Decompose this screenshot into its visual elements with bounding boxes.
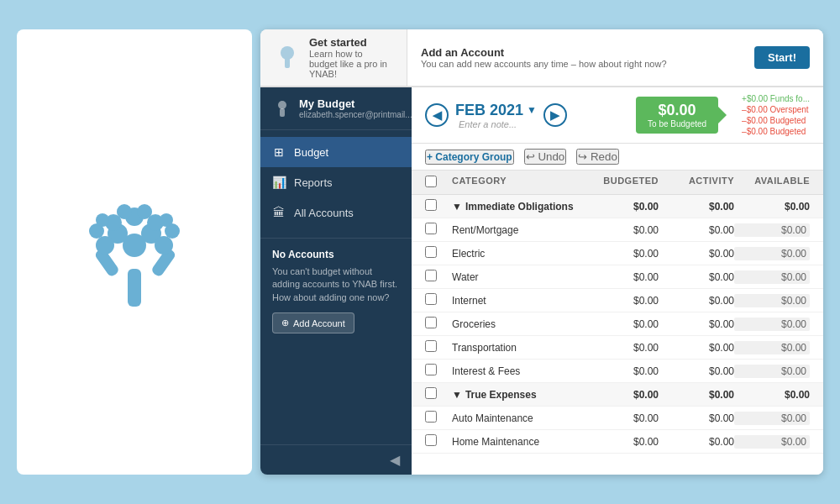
sidebar-collapse: ◀ bbox=[260, 444, 412, 475]
month-text: FEB 2021 bbox=[455, 102, 523, 119]
next-arrow-icon: ▶ bbox=[550, 108, 559, 122]
row-checkbox[interactable] bbox=[425, 434, 437, 446]
sidebar: My Budget elizabeth.spencer@printmail...… bbox=[260, 87, 412, 475]
add-category-group-button[interactable]: + Category Group bbox=[425, 150, 514, 165]
table-row[interactable]: Interest & Fees $0.00 $0.00 $0.00 bbox=[412, 360, 823, 383]
svg-point-13 bbox=[117, 204, 132, 219]
ynab-logo-icon bbox=[67, 185, 202, 319]
row-checkbox-col bbox=[425, 317, 452, 331]
sidebar-header: My Budget elizabeth.spencer@printmail...… bbox=[260, 87, 412, 130]
svg-rect-18 bbox=[285, 58, 290, 68]
table-row[interactable]: Electric $0.00 $0.00 $0.00 bbox=[412, 242, 823, 265]
tbb-amount: $0.00 bbox=[648, 102, 706, 119]
month-label: FEB 2021 ▼ bbox=[455, 102, 537, 119]
get-started-text: Get started Learn how to budget like a p… bbox=[309, 36, 393, 79]
row-budgeted: $0.00 bbox=[583, 271, 659, 283]
sidebar-item-budget[interactable]: ⊞ Budget bbox=[260, 137, 412, 167]
table-row[interactable]: Rent/Mortgage $0.00 $0.00 $0.00 bbox=[412, 218, 823, 242]
collapse-icon[interactable]: ◀ bbox=[390, 452, 400, 468]
row-checkbox-col bbox=[425, 293, 452, 307]
group-available: $0.00 bbox=[734, 201, 810, 213]
main-panel: Get started Learn how to budget like a p… bbox=[260, 29, 823, 475]
row-available: $0.00 bbox=[734, 294, 810, 307]
no-accounts-title: No Accounts bbox=[272, 249, 400, 260]
budget-email: elizabeth.spencer@printmail... bbox=[299, 110, 412, 119]
category-name: Internet bbox=[452, 295, 583, 307]
group-available: $0.00 bbox=[734, 389, 810, 401]
category-name: Electric bbox=[452, 248, 583, 260]
table-toolbar: + Category Group ↩ Undo ↪ Redo bbox=[412, 144, 823, 171]
row-budgeted: $0.00 bbox=[583, 342, 659, 354]
budget-icon bbox=[272, 98, 292, 118]
group-checkbox[interactable] bbox=[425, 199, 437, 211]
add-account-banner: Add an Account You can add new accounts … bbox=[407, 29, 823, 87]
row-checkbox-col bbox=[425, 270, 452, 284]
row-activity: $0.00 bbox=[659, 224, 734, 236]
sidebar-header-left: My Budget elizabeth.spencer@printmail... bbox=[272, 97, 412, 119]
content-area: My Budget elizabeth.spencer@printmail...… bbox=[260, 87, 823, 475]
row-budgeted: $0.00 bbox=[583, 318, 659, 330]
table-row[interactable]: Water $0.00 $0.00 $0.00 bbox=[412, 265, 823, 289]
table-row[interactable]: Groceries $0.00 $0.00 $0.00 bbox=[412, 312, 823, 336]
svg-rect-20 bbox=[280, 108, 285, 117]
note-input[interactable]: Enter a note... bbox=[459, 119, 537, 129]
table-row[interactable]: ▼ Immediate Obligations $0.00 $0.00 $0.0… bbox=[412, 195, 823, 218]
sidebar-item-all-accounts[interactable]: 🏛 All Accounts bbox=[260, 197, 412, 228]
category-name: Water bbox=[452, 271, 583, 283]
row-budgeted: $0.00 bbox=[583, 248, 659, 260]
row-checkbox[interactable] bbox=[425, 364, 437, 375]
row-available: $0.00 bbox=[734, 247, 810, 260]
ynab-small-icon bbox=[274, 45, 301, 71]
row-activity: $0.00 bbox=[659, 436, 734, 448]
group-checkbox[interactable] bbox=[425, 387, 437, 399]
table-row[interactable]: Internet $0.00 $0.00 $0.00 bbox=[412, 289, 823, 312]
month-dropdown-icon[interactable]: ▼ bbox=[527, 104, 537, 116]
svg-point-14 bbox=[137, 204, 152, 219]
banner-subtitle: You can add new accounts any time – how … bbox=[421, 59, 754, 69]
row-activity: $0.00 bbox=[659, 295, 734, 307]
row-available: $0.00 bbox=[734, 318, 810, 331]
row-checkbox[interactable] bbox=[425, 411, 437, 423]
redo-button[interactable]: ↪ Redo bbox=[576, 149, 619, 165]
row-budgeted: $0.00 bbox=[583, 436, 659, 448]
svg-point-17 bbox=[281, 46, 294, 60]
group-checkbox-col bbox=[425, 199, 452, 213]
row-checkbox[interactable] bbox=[425, 270, 437, 281]
row-checkbox[interactable] bbox=[425, 317, 437, 328]
add-account-button[interactable]: ⊕ Add Account bbox=[272, 312, 354, 333]
prev-arrow-icon: ◀ bbox=[433, 108, 442, 122]
collapse-triangle-icon: ▼ bbox=[452, 389, 462, 401]
row-checkbox-col bbox=[425, 364, 452, 378]
sidebar-item-reports[interactable]: 📊 Reports bbox=[260, 167, 412, 197]
row-available: $0.00 bbox=[734, 341, 810, 354]
category-name: Interest & Fees bbox=[452, 365, 583, 377]
reports-nav-icon: 📊 bbox=[272, 176, 286, 189]
start-button[interactable]: Start! bbox=[754, 46, 810, 69]
table-row[interactable]: Auto Maintenance $0.00 $0.00 $0.00 bbox=[412, 407, 823, 430]
table-row[interactable]: ▼ True Expenses $0.00 $0.00 $0.00 bbox=[412, 383, 823, 407]
row-checkbox[interactable] bbox=[425, 293, 437, 305]
sidebar-nav: ⊞ Budget 📊 Reports 🏛 All Accounts bbox=[260, 130, 412, 234]
table-row[interactable]: Transportation $0.00 $0.00 $0.00 bbox=[412, 336, 823, 360]
category-name: Groceries bbox=[452, 318, 583, 330]
no-accounts-section: No Accounts You can't budget without add… bbox=[260, 238, 412, 344]
row-checkbox[interactable] bbox=[425, 246, 437, 258]
category-header: CATEGORY bbox=[452, 176, 583, 189]
group-checkbox-col bbox=[425, 387, 452, 402]
row-available: $0.00 bbox=[734, 223, 810, 237]
group-name: ▼ Immediate Obligations bbox=[452, 201, 583, 213]
row-activity: $0.00 bbox=[659, 342, 734, 354]
sidebar-item-budget-label: Budget bbox=[294, 146, 328, 159]
row-available: $0.00 bbox=[734, 412, 810, 425]
undo-button[interactable]: ↩ Undo bbox=[524, 149, 567, 165]
category-name: Transportation bbox=[452, 342, 583, 354]
next-month-button[interactable]: ▶ bbox=[543, 103, 567, 127]
row-checkbox[interactable] bbox=[425, 340, 437, 352]
no-accounts-text: You can't budget without adding accounts… bbox=[272, 265, 400, 304]
row-checkbox[interactable] bbox=[425, 223, 437, 234]
table-row[interactable]: Home Maintenance $0.00 $0.00 $0.00 bbox=[412, 430, 823, 454]
prev-month-button[interactable]: ◀ bbox=[425, 103, 449, 127]
select-all-checkbox[interactable] bbox=[425, 176, 437, 187]
budget-area: ◀ FEB 2021 ▼ Enter a note... ▶ bbox=[412, 87, 823, 475]
header-checkbox-col bbox=[425, 176, 452, 189]
